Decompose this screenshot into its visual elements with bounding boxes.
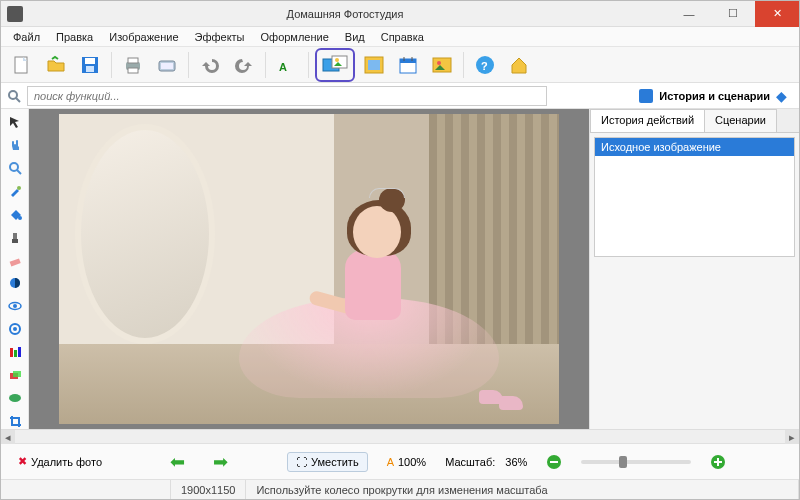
pin-panel-button[interactable]: ◆ (776, 88, 787, 104)
menu-edit[interactable]: Правка (48, 29, 101, 45)
hand-tool[interactable] (5, 136, 25, 153)
text-button[interactable]: A (272, 50, 302, 80)
delete-photo-button[interactable]: ✖ Удалить фото (9, 451, 111, 472)
frame-button[interactable] (359, 50, 389, 80)
menu-file[interactable]: Файл (5, 29, 48, 45)
help-button[interactable]: ? (470, 50, 500, 80)
svg-rect-38 (14, 350, 17, 357)
scale-value: 36% (505, 456, 527, 468)
menu-view[interactable]: Вид (337, 29, 373, 45)
menubar: Файл Правка Изображение Эффекты Оформлен… (1, 27, 799, 47)
tools-sidebar (1, 109, 29, 429)
zoom-slider[interactable] (581, 460, 691, 464)
status-dimensions: 1900x1150 (171, 480, 246, 499)
svg-point-12 (335, 58, 339, 62)
arrow-right-icon: ➡ (213, 451, 228, 473)
eraser-tool[interactable] (5, 251, 25, 268)
svg-point-23 (9, 91, 17, 99)
svg-rect-29 (12, 239, 18, 243)
sharpen-tool[interactable] (5, 320, 25, 337)
scan-button[interactable] (152, 50, 182, 80)
new-file-button[interactable] (7, 50, 37, 80)
healing-tool[interactable] (5, 389, 25, 406)
history-list[interactable]: Исходное изображение (594, 137, 795, 257)
pointer-tool[interactable] (5, 113, 25, 130)
svg-rect-8 (161, 63, 173, 69)
crop-tool[interactable] (5, 412, 25, 429)
zoom-out-button[interactable] (537, 450, 571, 474)
print-button[interactable] (118, 50, 148, 80)
scroll-right-button[interactable]: ▸ (785, 430, 799, 444)
svg-rect-11 (332, 56, 347, 68)
fill-tool[interactable] (5, 205, 25, 222)
svg-rect-16 (400, 59, 416, 63)
brush-tool[interactable] (5, 182, 25, 199)
text-a-icon: A (387, 456, 394, 468)
minimize-button[interactable]: — (667, 1, 711, 27)
zoom-100-button[interactable]: A 100% (378, 452, 435, 472)
redo-button[interactable] (229, 50, 259, 80)
maximize-button[interactable]: ☐ (711, 1, 755, 27)
right-panel: История действий Сценарии Исходное изобр… (589, 109, 799, 429)
svg-point-34 (13, 304, 17, 308)
postcard-button[interactable] (427, 50, 457, 80)
eye-tool[interactable] (5, 297, 25, 314)
history-item-original[interactable]: Исходное изображение (595, 138, 794, 156)
tab-scenarios[interactable]: Сценарии (704, 109, 777, 132)
image-preview (59, 114, 559, 424)
stamp-tool[interactable] (5, 228, 25, 245)
menu-effects[interactable]: Эффекты (187, 29, 253, 45)
delete-icon: ✖ (18, 455, 27, 468)
status-hint: Используйте колесо прокрутки для изменен… (246, 480, 799, 499)
menu-decoration[interactable]: Оформление (253, 29, 337, 45)
save-button[interactable] (75, 50, 105, 80)
zoom-in-button[interactable] (701, 450, 735, 474)
history-panel-icon (639, 89, 653, 103)
svg-rect-6 (128, 68, 138, 73)
svg-point-36 (13, 327, 17, 331)
fit-to-screen-button[interactable]: ⛶ Уместить (287, 452, 368, 472)
svg-text:?: ? (481, 60, 488, 72)
svg-text:A: A (279, 61, 287, 73)
svg-rect-47 (717, 458, 719, 466)
svg-rect-3 (86, 66, 94, 72)
svg-point-42 (9, 394, 21, 402)
svg-point-20 (437, 61, 441, 65)
menu-image[interactable]: Изображение (101, 29, 186, 45)
svg-rect-39 (18, 347, 21, 357)
app-icon (7, 6, 23, 22)
menu-help[interactable]: Справка (373, 29, 432, 45)
bottom-toolbar: ✖ Удалить фото ⬅ ➡ ⛶ Уместить A 100% Мас… (1, 443, 799, 479)
combine-photos-button[interactable] (315, 48, 355, 82)
open-button[interactable] (41, 50, 71, 80)
home-button[interactable] (504, 50, 534, 80)
svg-point-28 (18, 216, 22, 220)
svg-line-26 (17, 170, 21, 174)
svg-rect-44 (550, 461, 558, 463)
search-icon (5, 87, 23, 105)
function-search-input[interactable] (27, 86, 547, 106)
svg-rect-41 (13, 371, 21, 377)
svg-rect-31 (9, 258, 20, 266)
canvas-scrollbar-horizontal[interactable]: ◂ ▸ (1, 429, 799, 443)
calendar-button[interactable] (393, 50, 423, 80)
window-title: Домашняя Фотостудия (23, 8, 667, 20)
svg-rect-30 (13, 233, 17, 239)
scroll-left-button[interactable]: ◂ (1, 430, 15, 444)
layers-tool[interactable] (5, 366, 25, 383)
canvas-area[interactable] (29, 109, 589, 429)
undo-button[interactable] (195, 50, 225, 80)
next-photo-button[interactable]: ➡ (204, 447, 237, 477)
zoom-slider-thumb[interactable] (619, 456, 627, 468)
svg-rect-14 (368, 60, 380, 70)
close-button[interactable]: ✕ (755, 1, 799, 27)
status-bar: 1900x1150 Используйте колесо прокрутки д… (1, 479, 799, 499)
levels-tool[interactable] (5, 343, 25, 360)
tab-history[interactable]: История действий (590, 109, 705, 132)
prev-photo-button[interactable]: ⬅ (161, 447, 194, 477)
fit-icon: ⛶ (296, 456, 307, 468)
zoom-tool[interactable] (5, 159, 25, 176)
delete-photo-label: Удалить фото (31, 456, 102, 468)
contrast-tool[interactable] (5, 274, 25, 291)
svg-rect-2 (85, 58, 95, 64)
